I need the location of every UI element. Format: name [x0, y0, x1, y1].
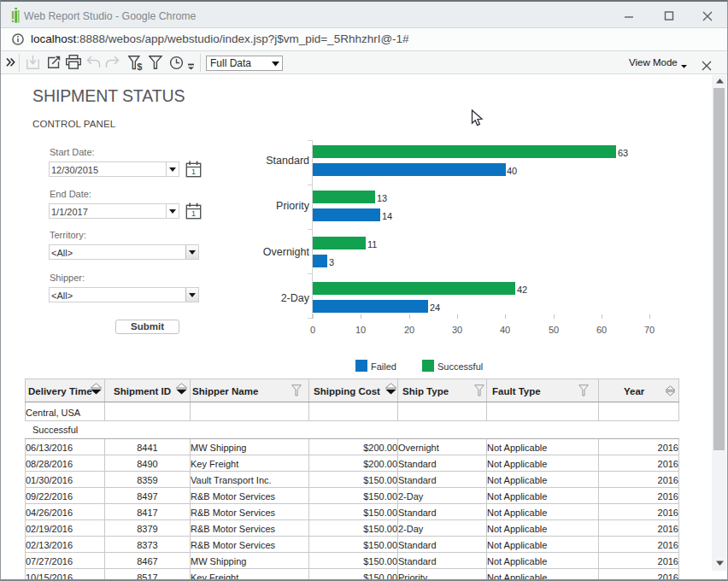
- svg-text:$: $: [137, 62, 142, 71]
- svg-text:1: 1: [191, 167, 196, 176]
- svg-text:1: 1: [191, 209, 196, 218]
